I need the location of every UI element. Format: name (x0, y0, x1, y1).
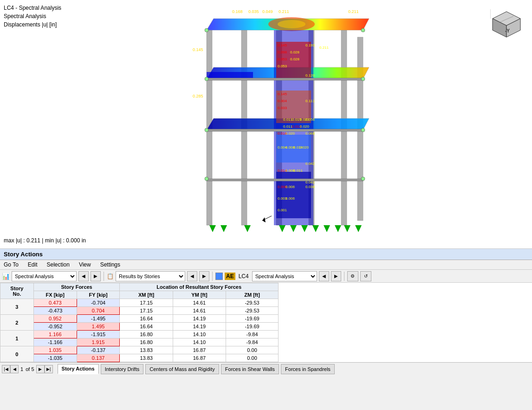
lc-label: LC4 (237, 273, 250, 280)
analysis-select[interactable]: Spectral Analysis (12, 271, 77, 281)
svg-text:0.211: 0.211 (348, 9, 359, 14)
svg-point-81 (205, 77, 208, 81)
lc-select[interactable]: Spectral Analysis (252, 271, 317, 281)
viewport: LC4 - Spectral Analysis Spectral Analysi… (0, 0, 532, 248)
svg-point-79 (205, 28, 208, 32)
svg-point-82 (361, 77, 365, 81)
fx-pos-cell: 1.035 (33, 346, 77, 354)
prev-analysis-btn[interactable]: ◀ (78, 271, 89, 281)
model-svg: 0.168 0.035 0.049 0.211 0.211 0.145 0.28… (176, 5, 381, 237)
svg-text:0.111: 0.111 (305, 99, 315, 103)
ym2-cell: 14.19 (173, 323, 226, 331)
next-analysis-btn[interactable]: ▶ (91, 271, 101, 281)
svg-text:0.028: 0.028 (290, 50, 300, 54)
svg-text:0.006: 0.006 (285, 196, 295, 201)
svg-text:0.053: 0.053 (278, 64, 287, 68)
svg-text:0.053: 0.053 (278, 57, 287, 61)
fy-neg-cell: -1.495 (77, 315, 120, 323)
ym1-cell: 16.87 (173, 346, 226, 354)
xm1-cell: 17.15 (120, 299, 173, 307)
prev-page-btn[interactable]: ◀ (10, 365, 19, 373)
ym2-cell: 14.61 (173, 307, 226, 315)
maxmin-text: max |u| : 0.211 | min |u| : 0.000 in (4, 237, 86, 244)
svg-point-86 (361, 177, 365, 181)
menu-view[interactable]: View (77, 261, 93, 268)
tab-interstory-drifts[interactable]: Interstory Drifts (101, 364, 144, 374)
table-row: 11.166-1.91516.8014.10-9.84 (0, 331, 279, 338)
fy-pos-cell: 1.495 (77, 323, 120, 331)
svg-text:0.145: 0.145 (278, 92, 287, 96)
next-page-btn[interactable]: ▶ (36, 365, 45, 373)
svg-point-84 (361, 128, 365, 132)
zm1-cell: -29.53 (226, 299, 279, 307)
svg-text:0.120: 0.120 (305, 73, 315, 78)
tab-buttons: Story ActionsInterstory DriftsCenters of… (57, 364, 335, 374)
fy-neg-cell: -1.915 (77, 331, 120, 338)
panel-title: Story Actions (4, 251, 43, 258)
svg-text:0.042: 0.042 (305, 162, 315, 166)
table-row: 01.035-0.13713.8316.870.00 (0, 346, 279, 354)
menu-settings[interactable]: Settings (98, 261, 122, 268)
zm1-cell: -9.84 (226, 331, 279, 338)
svg-rect-63 (207, 78, 363, 80)
tab-forces-in-shear-walls[interactable]: Forces in Shear Walls (221, 364, 279, 374)
fy-pos-cell: 0.704 (77, 307, 120, 315)
svg-text:0.098: 0.098 (278, 50, 287, 54)
xm2-cell: 16.64 (120, 323, 173, 331)
prev-results-btn[interactable]: ◀ (187, 271, 197, 281)
svg-rect-65 (207, 179, 363, 181)
menu-selection[interactable]: Selection (45, 261, 71, 268)
last-page-btn[interactable]: ▶| (45, 365, 53, 373)
table-row: -1.0350.13713.8316.870.00 (0, 354, 279, 362)
tab-forces-in-spandrels[interactable]: Forces in Spandrels (281, 364, 335, 374)
tab-centers-of-mass-and-rigidity[interactable]: Centers of Mass and Rigidity (145, 364, 219, 374)
first-page-btn[interactable]: |◀ (2, 365, 10, 373)
col-fx: FX [kip] (33, 291, 77, 299)
current-page: 1 (20, 366, 23, 372)
fy-pos-cell: 0.137 (77, 354, 120, 362)
svg-text:0.011: 0.011 (283, 124, 293, 129)
fx-pos-cell: 1.166 (33, 331, 77, 338)
zm1-cell: -19.69 (226, 315, 279, 323)
fy-pos-cell: 1.915 (77, 338, 120, 346)
story-no-cell: 3 (0, 299, 34, 315)
story-actions-table: StoryNo. Story Forces Location of Result… (0, 283, 279, 362)
fy-neg-cell: -0.137 (77, 346, 120, 354)
fx-neg-cell: -1.166 (33, 338, 77, 346)
refresh-btn[interactable]: ↺ (360, 271, 371, 281)
next-lc-btn[interactable]: ▶ (331, 271, 341, 281)
svg-rect-64 (207, 129, 363, 131)
orientation-cube: -Y (490, 9, 523, 42)
separator1 (104, 272, 104, 281)
ym2-cell: 14.10 (173, 338, 226, 346)
fx-neg-cell: -1.035 (33, 354, 77, 362)
table-row: -0.9521.49516.6414.19-19.69 (0, 323, 279, 331)
title-line2: Spectral Analysis (4, 12, 61, 20)
xm1-cell: 13.83 (120, 346, 173, 354)
col-xm: XM [ft] (120, 291, 173, 299)
fx-neg-cell: -0.473 (33, 307, 77, 315)
page-info: 1 of 5 (19, 366, 36, 372)
table-row: -1.1661.91516.8014.10-9.84 (0, 338, 279, 346)
separator3 (344, 272, 344, 281)
xm1-cell: 16.64 (120, 315, 173, 323)
prev-lc-btn[interactable]: ◀ (319, 271, 329, 281)
table-row: 30.473-0.70417.1514.61-29.53 (0, 299, 279, 307)
ae-label: AE (225, 273, 235, 280)
results-select[interactable]: Results by Stories (116, 271, 185, 281)
fy-neg-cell: -0.704 (77, 299, 120, 307)
svg-point-83 (205, 128, 208, 132)
svg-text:0.168: 0.168 (232, 9, 243, 14)
tab-story-actions[interactable]: Story Actions (58, 364, 99, 374)
separator2 (212, 272, 213, 281)
menu-edit[interactable]: Edit (26, 261, 39, 268)
svg-text:0.020: 0.020 (300, 124, 310, 129)
settings-btn[interactable]: ⚙ (347, 271, 358, 281)
col-story-forces: Story Forces (33, 283, 120, 291)
xm2-cell: 13.83 (120, 354, 173, 362)
next-results-btn[interactable]: ▶ (199, 271, 209, 281)
xm2-cell: 17.15 (120, 307, 173, 315)
menu-goto[interactable]: Go To (2, 261, 20, 268)
svg-text:0.068: 0.068 (305, 131, 315, 136)
svg-text:-Y: -Y (505, 28, 510, 33)
